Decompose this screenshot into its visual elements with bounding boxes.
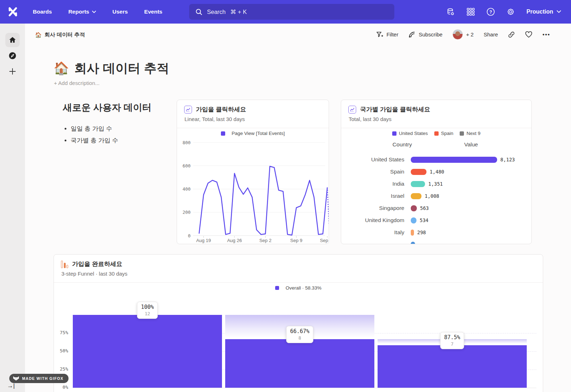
country-label: Singapore xyxy=(341,205,411,211)
table-row: United States8,123 xyxy=(341,154,531,166)
heart-icon xyxy=(525,31,532,38)
nav-item-events[interactable]: Events xyxy=(144,9,162,15)
table-row: Singapore563 xyxy=(341,202,531,214)
country-value: 563 xyxy=(420,205,429,211)
country-bar[interactable] xyxy=(411,230,414,236)
country-bar[interactable] xyxy=(411,205,417,211)
country-value: 534 xyxy=(420,217,428,223)
funnel-bar[interactable] xyxy=(378,345,527,388)
legend-label: Page View [Total Events] xyxy=(232,131,285,136)
step-count: 8 xyxy=(290,335,309,341)
legend-item: United States xyxy=(392,131,428,136)
filter-button[interactable]: Filter xyxy=(376,31,398,38)
country-label: United States xyxy=(341,156,411,163)
copy-link-button[interactable] xyxy=(508,31,515,38)
search-input[interactable]: Search ⌘ + K xyxy=(189,4,394,20)
settings-gear-icon[interactable] xyxy=(506,7,515,16)
board-emoji: 🏠 xyxy=(35,32,42,38)
apps-grid-icon[interactable] xyxy=(466,7,475,16)
share-button[interactable]: Share xyxy=(484,31,498,37)
country-card-title-row[interactable]: 국가별 가입을 클릭하세요 xyxy=(348,105,524,114)
svg-text:600: 600 xyxy=(182,163,191,169)
svg-text:400: 400 xyxy=(182,186,191,192)
nav-right: ? Prouction xyxy=(446,0,561,24)
favorite-button[interactable] xyxy=(525,31,532,38)
line-chart[interactable]: 0200400600800Aug 19Aug 26Sep 2Sep 9Sep 1… xyxy=(177,137,329,244)
nav-item-users[interactable]: Users xyxy=(112,9,128,15)
country-bar[interactable] xyxy=(411,242,415,245)
board-emoji-large: 🏠 xyxy=(54,61,69,75)
filter-icon xyxy=(376,31,383,38)
text-card-heading: 새로운 사용자 데이터 xyxy=(63,101,170,114)
page-title: 🏠회사 데이터 추적 xyxy=(54,60,169,77)
country-bar[interactable] xyxy=(411,181,425,187)
country-bar[interactable] xyxy=(411,169,426,175)
country-bar[interactable] xyxy=(411,193,421,199)
add-description-button[interactable]: + Add description... xyxy=(54,80,100,86)
subscribe-button[interactable]: Subscribe xyxy=(408,31,443,38)
toolbar-actions: Filter Subscribe + 2 Share xyxy=(376,29,550,40)
country-card-subtitle: Total, last 30 days xyxy=(349,116,524,122)
collaborators-count: + 2 xyxy=(466,31,474,37)
table-row: Spain1,480 xyxy=(341,166,531,178)
home-button[interactable] xyxy=(5,33,20,47)
table-row-partial xyxy=(341,238,531,244)
legend-swatch xyxy=(392,131,396,136)
rss-icon xyxy=(408,31,415,38)
country-rows: United States8,123Spain1,480India1,351Is… xyxy=(341,154,531,244)
svg-text:Aug 26: Aug 26 xyxy=(227,238,242,243)
line-chart-card: 가입을 클릭하세요 Linear, Total, last 30 days Pa… xyxy=(177,100,329,244)
y-axis-label: 0% xyxy=(54,385,68,390)
search-label: Search xyxy=(207,9,226,15)
funnel-bar[interactable] xyxy=(73,315,222,388)
text-card-bullets: 일일 총 가입 수 국가별 총 가입 수 xyxy=(71,125,170,145)
project-selector[interactable]: Prouction xyxy=(526,9,561,15)
table-row: United Kingdom534 xyxy=(341,214,531,226)
country-bar[interactable] xyxy=(411,157,497,163)
column-header-value: Value xyxy=(451,141,491,148)
more-options-button[interactable]: ••• xyxy=(542,31,550,37)
table-row: Israel1,008 xyxy=(341,190,531,202)
create-board-button[interactable] xyxy=(5,64,20,79)
country-bar-card: 국가별 가입을 클릭하세요 Total, last 30 days United… xyxy=(341,100,532,244)
legend-item: Spain xyxy=(434,131,454,136)
line-chart-icon xyxy=(184,106,192,114)
y-axis-label: 25% xyxy=(54,366,68,372)
line-card-title-row[interactable]: 가입을 클릭하세요 xyxy=(184,105,322,114)
expand-sidebar-button[interactable]: →| xyxy=(7,382,15,390)
svg-text:Aug 19: Aug 19 xyxy=(196,238,211,243)
line-chart-icon xyxy=(348,106,356,114)
nav-item-boards[interactable]: Boards xyxy=(33,9,52,15)
chevron-down-icon xyxy=(92,11,96,13)
country-value: 1,480 xyxy=(430,169,444,175)
legend-item: Next 9 xyxy=(460,131,480,136)
discover-button[interactable] xyxy=(5,49,20,63)
gridline xyxy=(73,388,536,388)
y-axis-label: 75% xyxy=(54,330,68,335)
avatar xyxy=(453,29,463,40)
mixpanel-logo-icon[interactable] xyxy=(7,6,19,17)
breadcrumb-label: 회사 데이터 추적 xyxy=(45,31,85,38)
svg-text:800: 800 xyxy=(182,140,191,145)
left-rail: →| xyxy=(0,24,25,392)
collaborators[interactable]: + 2 xyxy=(453,29,474,40)
data-management-icon[interactable] xyxy=(446,7,455,16)
country-table-headers: Country Value xyxy=(341,141,531,149)
svg-text:200: 200 xyxy=(182,210,191,215)
nav-links: Boards Reports Users Events xyxy=(33,0,162,24)
funnel-plot: 75%50%25%0%100%1266.67%887.5%7 xyxy=(54,255,543,392)
fox-icon xyxy=(13,376,19,381)
funnel-step-badge: 87.5%7 xyxy=(440,332,464,349)
funnel-bar[interactable] xyxy=(225,339,374,388)
search-icon xyxy=(196,9,202,15)
country-label: United Kingdom xyxy=(341,217,411,223)
step-count: 7 xyxy=(444,341,460,347)
line-legend: Page View [Total Events] xyxy=(177,131,329,136)
country-value: 1,008 xyxy=(425,193,439,199)
app-root: Boards Reports Users Events Search ⌘ + K xyxy=(0,0,571,392)
nav-item-reports[interactable]: Reports xyxy=(68,9,96,15)
country-bar[interactable] xyxy=(411,217,416,223)
help-icon[interactable]: ? xyxy=(486,7,495,16)
country-label: Israel xyxy=(341,193,411,199)
breadcrumb[interactable]: 🏠 회사 데이터 추적 xyxy=(35,31,85,38)
